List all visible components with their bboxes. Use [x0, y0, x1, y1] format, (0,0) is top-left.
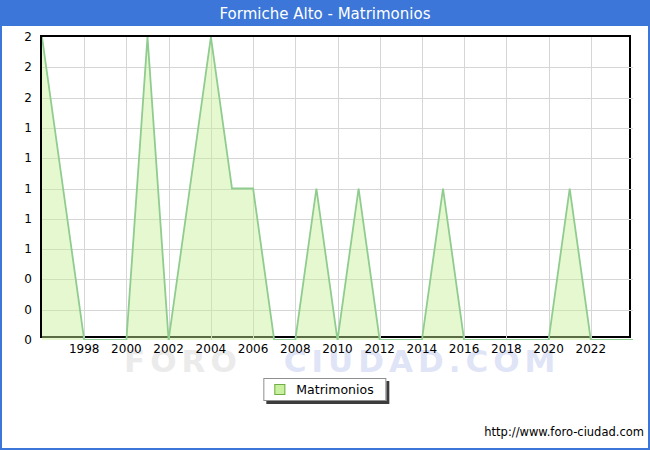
- x-tick-label: 2000: [104, 342, 148, 357]
- legend-swatch-icon: [274, 384, 285, 395]
- footer-url: http://www.foro-ciudad.com: [484, 425, 644, 439]
- x-tick-label: 2006: [231, 342, 275, 357]
- plot-area: [40, 35, 631, 338]
- x-tick-label: 2022: [569, 342, 613, 357]
- y-tick-label: 0: [2, 271, 32, 287]
- x-tick-label: 2012: [358, 342, 402, 357]
- x-tick-label: 2002: [147, 342, 191, 357]
- y-tick-label: 2: [2, 90, 32, 106]
- x-tick-label: 2004: [189, 342, 233, 357]
- x-tick-label: 2020: [527, 342, 571, 357]
- y-tick-label: 1: [2, 150, 32, 166]
- x-tick-label: 2016: [442, 342, 486, 357]
- chart-title: Formiche Alto - Matrimonios: [220, 5, 431, 23]
- y-tick-label: 1: [2, 211, 32, 227]
- legend-label: Matrimonios: [296, 382, 373, 397]
- area-fill: [42, 37, 633, 340]
- y-tick-label: 2: [2, 59, 32, 75]
- chart-title-bar: Formiche Alto - Matrimonios: [2, 2, 648, 26]
- x-tick-label: 2014: [400, 342, 444, 357]
- x-tick-label: 2018: [484, 342, 528, 357]
- y-tick-label: 0: [2, 302, 32, 318]
- legend: Matrimonios: [263, 378, 386, 401]
- y-tick-label: 1: [2, 241, 32, 257]
- area-chart-svg: [42, 37, 633, 340]
- x-tick-label: 1998: [62, 342, 106, 357]
- y-tick-label: 1: [2, 120, 32, 136]
- x-tick-label: 2008: [273, 342, 317, 357]
- y-tick-label: 0: [2, 332, 32, 348]
- y-tick-label: 2: [2, 29, 32, 45]
- chart-window: Formiche Alto - Matrimonios FOROCIUDAD.C…: [0, 0, 650, 450]
- x-tick-label: 2010: [316, 342, 360, 357]
- y-tick-label: 1: [2, 181, 32, 197]
